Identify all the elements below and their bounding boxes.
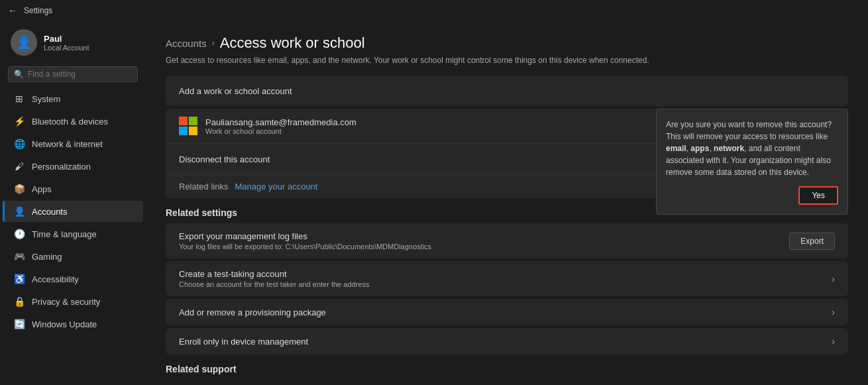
user-name: Paul — [44, 34, 89, 44]
related-support-title: Related support — [166, 364, 848, 374]
privacy-icon: 🔒 — [13, 296, 25, 307]
account-type: Work or school account — [205, 127, 356, 135]
export-button[interactable]: Export — [789, 233, 835, 250]
network-icon: 🌐 — [13, 138, 25, 150]
search-icon: 🔍 — [14, 70, 24, 79]
sidebar-item-label: System — [32, 94, 60, 104]
sidebar-item-personalization[interactable]: 🖌 Personalization — [3, 156, 143, 177]
chevron-icon: › — [832, 336, 835, 347]
accounts-icon: 👤 — [13, 205, 25, 217]
content-area: Accounts › Access work or school Get acc… — [146, 21, 868, 385]
sidebar-item-label: Network & internet — [32, 139, 103, 149]
system-icon: ⊞ — [13, 93, 25, 105]
sidebar-item-label: Time & language — [32, 229, 97, 239]
test-account-title: Create a test-taking account — [179, 269, 369, 279]
account-email: Pauliansang.samte@framedmedia.com — [205, 117, 356, 127]
add-account-label: Add a work or school account — [179, 86, 292, 96]
user-info: Paul Local Account — [44, 34, 89, 52]
confirm-popup: Are you sure you want to remove this acc… — [656, 109, 848, 215]
sidebar-item-accounts[interactable]: 👤 Accounts — [3, 201, 143, 222]
breadcrumb-current: Access work or school — [220, 34, 365, 52]
sidebar-item-bluetooth[interactable]: ⚡ Bluetooth & devices — [3, 111, 143, 132]
breadcrumb-parent[interactable]: Accounts — [166, 38, 207, 49]
sidebar-item-label: Personalization — [32, 162, 91, 172]
sidebar-item-label: Bluetooth & devices — [32, 117, 108, 127]
personalization-icon: 🖌 — [13, 160, 25, 172]
sidebar-item-system[interactable]: ⊞ System — [3, 88, 143, 109]
enroll-card[interactable]: Enroll only in device management › — [166, 328, 848, 355]
avatar: 👤 — [11, 29, 37, 56]
sidebar-item-gaming[interactable]: 🎮 Gaming — [3, 246, 143, 267]
enroll-title: Enroll only in device management — [179, 337, 308, 347]
user-type: Local Account — [44, 44, 89, 52]
account-info: Pauliansang.samte@framedmedia.com Work o… — [205, 117, 356, 135]
sidebar-item-label: Privacy & security — [32, 297, 100, 307]
sidebar-item-label: Accessibility — [32, 274, 79, 284]
account-card: Pauliansang.samte@framedmedia.com Work o… — [166, 109, 848, 198]
gaming-icon: 🎮 — [13, 250, 25, 262]
sidebar-item-label: Accounts — [32, 207, 67, 217]
test-account-card[interactable]: Create a test-taking account Choose an a… — [166, 261, 848, 296]
ms-logo — [179, 117, 197, 135]
breadcrumb: Accounts › Access work or school — [166, 34, 848, 52]
manage-account-link[interactable]: Manage your account — [235, 182, 317, 192]
export-sub: Your log files will be exported to: C:\U… — [179, 243, 431, 250]
disconnect-label: Disconnect this account — [179, 154, 270, 164]
page-subtitle: Get access to resources like email, apps… — [166, 56, 848, 65]
chevron-icon: › — [832, 307, 835, 317]
breadcrumb-sep: › — [212, 38, 215, 48]
titlebar-title: Settings — [24, 6, 52, 15]
main-layout: 👤 Paul Local Account 🔍 ⊞ System ⚡ Blueto… — [0, 21, 868, 385]
apps-icon: 📦 — [13, 183, 25, 195]
related-links-label: Related links — [179, 182, 228, 192]
test-account-sub: Choose an account for the test taker and… — [179, 280, 369, 288]
sidebar-item-time[interactable]: 🕐 Time & language — [3, 223, 143, 245]
add-account-card[interactable]: Add a work or school account — [166, 76, 848, 106]
sidebar-item-label: Apps — [32, 184, 52, 194]
sidebar-item-accessibility[interactable]: ♿ Accessibility — [3, 268, 143, 290]
provision-title: Add or remove a provisioning package — [179, 307, 326, 317]
time-icon: 🕐 — [13, 228, 25, 240]
sidebar-item-label: Gaming — [32, 252, 62, 262]
search-input[interactable] — [28, 70, 132, 79]
update-icon: 🔄 — [13, 318, 25, 330]
sidebar: 👤 Paul Local Account 🔍 ⊞ System ⚡ Blueto… — [0, 21, 146, 385]
provision-card[interactable]: Add or remove a provisioning package › — [166, 299, 848, 325]
sidebar-item-network[interactable]: 🌐 Network & internet — [3, 133, 143, 154]
export-title: Export your management log files — [179, 231, 431, 241]
user-section: 👤 Paul Local Account — [0, 21, 146, 64]
export-log-card[interactable]: Export your management log files Your lo… — [166, 223, 848, 258]
sidebar-item-apps[interactable]: 📦 Apps — [3, 178, 143, 199]
back-button[interactable]: ← — [8, 5, 17, 16]
sidebar-item-label: Windows Update — [32, 319, 97, 329]
yes-button[interactable]: Yes — [798, 186, 838, 205]
sidebar-item-update[interactable]: 🔄 Windows Update — [3, 313, 143, 335]
chevron-icon: › — [832, 274, 835, 284]
sidebar-item-privacy[interactable]: 🔒 Privacy & security — [3, 291, 143, 312]
search-box[interactable]: 🔍 — [8, 66, 138, 82]
bluetooth-icon: ⚡ — [13, 115, 25, 127]
titlebar: ← Settings — [0, 0, 868, 21]
accessibility-icon: ♿ — [13, 273, 25, 285]
confirm-text: Are you sure you want to remove this acc… — [666, 120, 832, 177]
